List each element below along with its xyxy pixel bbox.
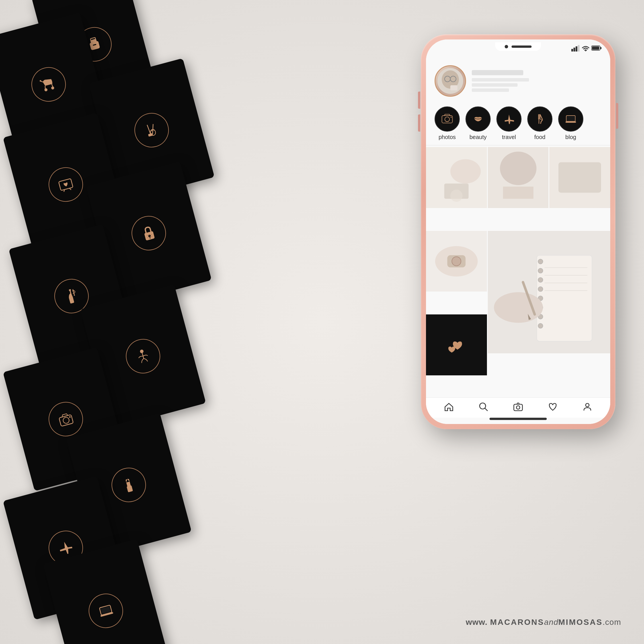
icon-circle-tv (45, 164, 87, 206)
brand-name-light: and (544, 618, 558, 627)
grid-photo-svg-4 (426, 231, 487, 292)
grid-photo-writing (488, 231, 610, 353)
svg-rect-32 (574, 48, 575, 52)
grid-photo-svg-3 (549, 147, 610, 208)
svg-rect-19 (69, 289, 71, 291)
home-indicator (490, 418, 547, 420)
svg-point-25 (69, 416, 71, 418)
highlight-photos[interactable]: photos (435, 106, 460, 140)
grid-photo-svg-2 (488, 147, 549, 208)
brand-suffix: .com (603, 618, 621, 627)
ig-avatar (435, 65, 466, 97)
nav-heart-icon[interactable] (548, 402, 558, 412)
grid-hearts (426, 314, 487, 375)
svg-point-5 (51, 86, 55, 90)
svg-point-72 (538, 277, 543, 282)
ig-profile-row (435, 65, 602, 97)
svg-point-47 (451, 117, 452, 118)
svg-rect-63 (558, 162, 601, 193)
phone-outer: photos beauty (421, 34, 615, 429)
svg-rect-34 (578, 45, 580, 52)
wifi-icon (582, 45, 590, 51)
highlight-food[interactable]: food (527, 106, 552, 140)
nav-camera-icon[interactable] (513, 402, 523, 412)
grid-photo-svg-1 (426, 147, 487, 208)
signal-icon (571, 45, 580, 51)
svg-point-35 (585, 50, 586, 51)
svg-line-86 (485, 408, 487, 411)
speaker (512, 45, 532, 48)
ig-photo-grid (426, 147, 610, 397)
highlight-fork-icon (533, 112, 546, 126)
svg-rect-53 (566, 121, 576, 123)
svg-point-77 (538, 323, 543, 328)
grid-photo-4 (426, 231, 487, 292)
svg-point-46 (445, 117, 450, 122)
ig-bio-line1 (472, 78, 529, 82)
svg-rect-33 (576, 46, 577, 51)
highlight-circle-food (527, 106, 552, 132)
highlight-label-blog: blog (565, 134, 576, 140)
svg-point-67 (452, 257, 461, 266)
svg-point-24 (62, 417, 70, 424)
ig-bottom-nav (426, 397, 610, 418)
hearts-svg (445, 334, 468, 356)
highlight-circle-blog (558, 106, 583, 132)
ig-highlights-row: photos beauty (426, 104, 610, 143)
highlight-beauty[interactable]: beauty (465, 106, 491, 140)
nav-profile-icon[interactable] (582, 402, 593, 412)
highlight-label-food: food (534, 134, 546, 140)
ig-avatar-image (437, 68, 463, 94)
highlight-blog[interactable]: blog (558, 106, 583, 140)
svg-rect-44 (450, 85, 457, 90)
icon-circle-extra2 (108, 464, 150, 506)
phone-mockup: photos beauty (421, 34, 615, 429)
power-button (616, 103, 618, 129)
yoga-icon (131, 344, 155, 368)
ig-stats-area (472, 70, 602, 92)
grid-writing-svg (488, 231, 610, 353)
icon-circle-whisk (131, 109, 173, 151)
svg-point-56 (450, 159, 481, 184)
ig-grid-divider (426, 145, 610, 145)
icon-circle-stroller (28, 64, 70, 106)
watermark: www. MACARONSandMIMOSAS.com (466, 618, 621, 627)
highlight-lips-icon (471, 112, 485, 126)
svg-rect-87 (514, 404, 522, 411)
svg-line-7 (150, 124, 156, 134)
volume-down-button (418, 114, 420, 132)
svg-rect-69 (537, 255, 592, 341)
laptop-icon (94, 599, 118, 623)
status-icons (571, 45, 602, 51)
svg-point-70 (538, 259, 543, 264)
svg-point-22 (140, 349, 144, 354)
highlight-label-photos: photos (439, 134, 456, 140)
svg-rect-27 (126, 485, 133, 492)
lock-icon (136, 221, 161, 245)
svg-line-21 (74, 295, 75, 296)
tv-icon (53, 172, 78, 197)
nav-home-icon[interactable] (444, 402, 454, 412)
ig-profile-section (426, 60, 610, 104)
highlight-airplane-icon (502, 112, 516, 126)
highlight-travel[interactable]: travel (496, 106, 522, 140)
svg-point-71 (538, 268, 543, 273)
nav-search-icon[interactable] (478, 402, 489, 412)
stroller-icon (36, 72, 61, 97)
phone-screen-area: photos beauty (426, 39, 610, 424)
highlight-label-beauty: beauty (469, 134, 487, 140)
ig-username-placeholder (472, 70, 523, 75)
highlight-circle-photos (435, 106, 460, 132)
svg-point-82 (494, 292, 543, 323)
svg-point-73 (538, 287, 543, 292)
whisk-icon (139, 118, 164, 142)
volume-up-button (418, 92, 420, 109)
svg-rect-61 (503, 187, 533, 199)
status-bar-area (426, 39, 610, 60)
icon-circle-lock (128, 212, 170, 254)
svg-rect-31 (571, 49, 573, 51)
svg-point-88 (516, 406, 520, 409)
svg-rect-37 (592, 46, 599, 50)
highlight-circle-travel (496, 106, 522, 132)
svg-point-89 (586, 403, 589, 407)
